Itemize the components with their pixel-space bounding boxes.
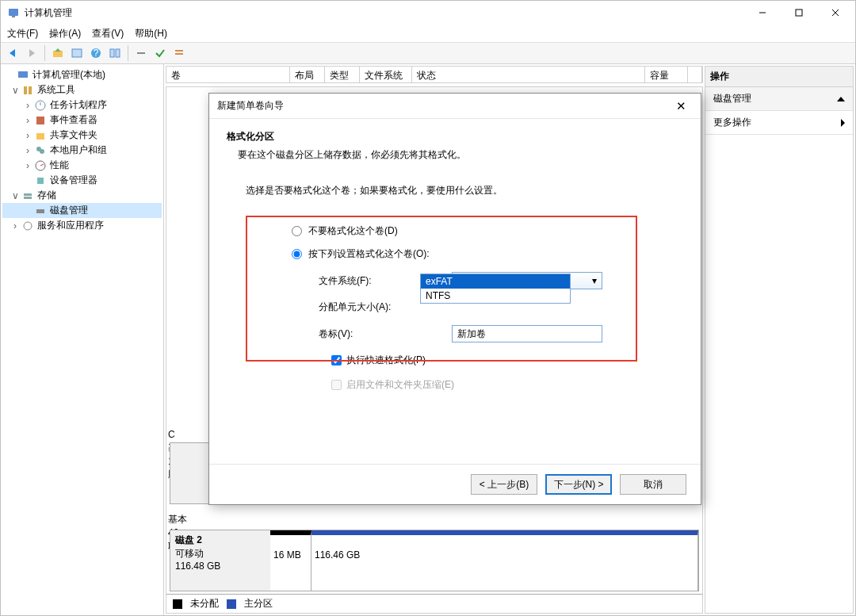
tree-storage[interactable]: ∨存储 [2,188,162,203]
cancel-button[interactable]: 取消 [620,474,686,495]
filesystem-option-exfat[interactable]: exFAT [421,274,570,289]
dialog-head: 格式化分区 要在这个磁盘分区上储存数据，你必须先将其格式化。 [209,119,701,168]
titlebar: 计算机管理 [1,1,855,25]
close-button[interactable] [817,1,854,25]
dialog-titlebar: 新建简单卷向导 ✕ [209,94,701,119]
folder-shared-icon [34,129,47,142]
chevron-right-icon [841,119,845,127]
volume-label-input[interactable] [452,325,602,342]
col-capacity[interactable]: 容量 [645,67,688,82]
radio-no-format-input[interactable] [292,226,302,236]
dialog-subtitle: 要在这个磁盘分区上储存数据，你必须先将其格式化。 [227,148,683,162]
columns-icon[interactable] [106,44,124,62]
svg-rect-18 [18,71,28,78]
menu-file[interactable]: 文件(F) [7,27,38,40]
back-button[interactable] [4,44,21,62]
checkbox-compress-input [331,380,342,390]
wizard-dialog: 新建简单卷向导 ✕ 格式化分区 要在这个磁盘分区上储存数据，你必须先将其格式化。… [208,93,701,505]
svg-rect-13 [110,49,114,57]
tree-pane: 计算机管理(本地) ∨系统工具 ›任务计划程序 ›事件查看器 ›共享文件夹 ›本… [1,64,164,615]
chevron-down-icon: ▾ [592,275,597,286]
col-fs[interactable]: 文件系统 [360,67,412,82]
svg-rect-3 [796,10,802,16]
svg-rect-20 [29,86,32,94]
actions-group[interactable]: 磁盘管理 [705,87,853,111]
tree-root[interactable]: 计算机管理(本地) [2,67,162,82]
filesystem-option-ntfs[interactable]: NTFS [421,289,570,303]
svg-rect-0 [9,9,18,16]
storage-icon [21,189,34,202]
actions-pane: 操作 磁盘管理 更多操作 [705,66,854,614]
actions-more[interactable]: 更多操作 [705,111,853,135]
svg-line-28 [40,164,44,166]
disk2-label: 磁盘 2 可移动 116.48 GB [170,530,270,591]
col-type[interactable]: 类型 [325,67,360,82]
app-icon [7,6,20,19]
svg-rect-31 [24,197,32,199]
radio-no-format[interactable]: 不要格式化这个卷(D) [292,224,664,238]
volume-label-label: 卷标(V): [319,327,452,341]
chevron-up-icon [837,97,845,101]
col-layout[interactable]: 布局 [290,67,325,82]
maximize-button[interactable] [781,1,817,25]
disk-block-2[interactable]: 磁盘 2 可移动 116.48 GB 16 MB 116.46 GB [170,530,699,591]
forward-button[interactable] [23,44,40,62]
col-blank [688,67,702,82]
services-icon [21,220,34,232]
svg-rect-16 [175,50,183,52]
menubar: 文件(F) 操作(A) 查看(V) 帮助(H) [1,25,855,42]
next-button[interactable]: 下一步(N) > [545,474,612,495]
legend-primary-label: 主分区 [244,597,273,610]
checkbox-quick-format-input[interactable] [331,355,342,365]
svg-point-26 [40,149,44,154]
menu-view[interactable]: 查看(V) [92,27,124,40]
radio-format[interactable]: 按下列设置格式化这个卷(O): [292,247,664,261]
svg-marker-9 [55,48,61,52]
view-icon[interactable] [68,44,86,62]
refresh-icon[interactable] [132,44,150,62]
legend-primary-swatch [227,599,236,609]
tools-icon [21,84,34,97]
svg-rect-14 [116,49,120,57]
computer-icon [17,69,29,82]
svg-rect-10 [72,49,82,57]
back-button[interactable]: < 上一步(B) [471,474,537,495]
check-icon[interactable] [151,44,169,62]
menu-action[interactable]: 操作(A) [49,27,81,40]
list-icon[interactable] [170,44,188,62]
menu-help[interactable]: 帮助(H) [135,27,167,40]
clock-icon [34,99,47,112]
filesystem-dropdown: exFAT NTFS [420,274,571,304]
tree-systools[interactable]: ∨系统工具 [2,82,162,98]
perf-icon [34,159,47,172]
svg-marker-6 [10,49,15,57]
format-prompt: 选择是否要格式化这个卷；如果要格式化，要使用什么设置。 [246,184,664,197]
tree-devmgr[interactable]: 设备管理器 [2,173,162,188]
window-title: 计算机管理 [25,6,744,20]
tree-diskmgmt[interactable]: 磁盘管理 [2,203,162,218]
tree-shared[interactable]: ›共享文件夹 [2,128,162,143]
tree-services[interactable]: ›服务和应用程序 [2,218,162,233]
svg-rect-15 [137,52,145,54]
svg-rect-17 [175,53,183,55]
col-status[interactable]: 状态 [412,67,645,82]
legend-unalloc-label: 未分配 [190,597,219,610]
col-volume[interactable]: 卷 [166,67,290,82]
radio-format-input[interactable] [292,249,302,259]
tree-eventviewer[interactable]: ›事件查看器 [2,113,162,128]
dialog-title: 新建简单卷向导 [217,99,669,113]
dialog-footer: < 上一步(B) 下一步(N) > 取消 [209,464,701,504]
actions-header: 操作 [705,67,853,87]
book-icon [34,114,47,127]
tree-perf[interactable]: ›性能 [2,158,162,173]
up-folder-icon[interactable] [49,44,67,62]
svg-rect-8 [53,51,63,57]
tree-scheduler[interactable]: ›任务计划程序 [2,98,162,113]
dialog-close-button[interactable]: ✕ [669,94,693,118]
tree-localusers[interactable]: ›本地用户和组 [2,143,162,158]
dialog-heading: 格式化分区 [227,130,683,143]
minimize-button[interactable] [744,1,781,25]
checkbox-quick-format[interactable]: 执行快速格式化(P) [331,354,664,367]
help-icon[interactable]: ? [87,44,105,62]
checkbox-compress: 启用文件和文件夹压缩(E) [331,378,664,392]
